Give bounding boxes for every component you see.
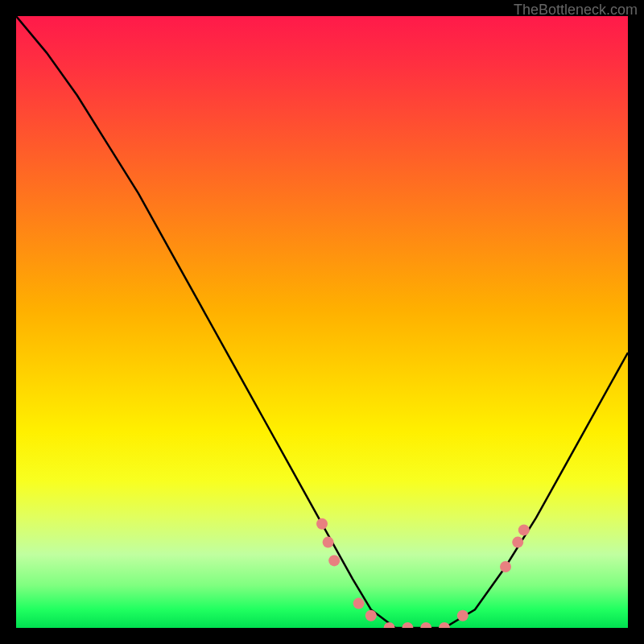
- highlight-dot: [457, 610, 469, 621]
- highlight-dot: [402, 622, 413, 628]
- highlight-dot: [353, 598, 365, 609]
- plot-area: [16, 16, 628, 628]
- highlight-dot: [316, 518, 328, 530]
- highlight-dot: [420, 622, 431, 628]
- highlight-dot: [365, 610, 377, 621]
- watermark-text: TheBottleneck.com: [514, 2, 638, 19]
- highlight-dot: [518, 524, 530, 535]
- highlight-dot: [439, 622, 450, 628]
- highlight-dot: [328, 555, 340, 566]
- highlight-dot: [323, 537, 334, 548]
- highlight-dot: [500, 561, 511, 572]
- curve-svg: [16, 16, 628, 628]
- highlight-dot: [512, 537, 523, 548]
- bottleneck-curve-line: [16, 16, 628, 628]
- highlight-dot: [384, 622, 395, 628]
- chart-container: TheBottleneck.com: [0, 0, 644, 644]
